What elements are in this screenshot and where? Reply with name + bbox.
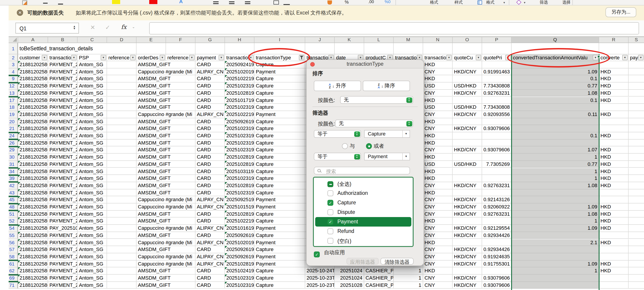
cell-H3[interactable]: 20250924194 bbox=[225, 61, 254, 68]
cell-I26[interactable]: Capture bbox=[254, 139, 305, 146]
cell-I56[interactable]: Payment bbox=[254, 239, 305, 246]
cell-I52[interactable]: Capture bbox=[254, 218, 305, 225]
cell-D19[interactable] bbox=[107, 111, 136, 118]
cell-A52[interactable]: 21881202586 bbox=[18, 218, 48, 225]
cell-A24[interactable]: 21881202586 bbox=[18, 132, 48, 139]
cell-G17[interactable]: CARD bbox=[196, 97, 225, 104]
cell-G1[interactable] bbox=[196, 43, 225, 54]
cell-I24[interactable]: Capture bbox=[254, 132, 305, 139]
cell-O4[interactable]: HKD/CNY bbox=[452, 68, 482, 75]
cell-D21[interactable] bbox=[107, 125, 136, 132]
cell-I58[interactable]: Payment bbox=[254, 253, 305, 260]
cell-S57[interactable] bbox=[628, 246, 644, 253]
cell-P52[interactable] bbox=[482, 218, 512, 225]
cell-C61[interactable]: Antom_SG bbox=[78, 260, 107, 267]
cell-D31[interactable] bbox=[107, 161, 136, 168]
cell-O57[interactable]: HKD/CNY bbox=[452, 246, 482, 253]
cell-G69[interactable]: CARD bbox=[196, 275, 225, 282]
decimal-percent-icon[interactable]: %0 bbox=[384, 0, 390, 4]
cell-E69[interactable]: AMSDM_GIFT bbox=[136, 275, 196, 282]
cell-H12[interactable]: 20251023194 bbox=[225, 82, 254, 89]
cell-R48[interactable]: HKD bbox=[599, 204, 628, 211]
cell-S58[interactable] bbox=[628, 253, 644, 260]
cell-O55[interactable]: HKD/CNY bbox=[452, 232, 482, 239]
cell-G54[interactable]: ALIPAY_CN bbox=[196, 225, 225, 232]
cell-Q57[interactable] bbox=[512, 246, 599, 253]
cell-C31[interactable]: Antom_SG bbox=[78, 161, 107, 168]
cell-I34[interactable]: Capture bbox=[254, 168, 305, 175]
row-header-57[interactable]: 57 bbox=[8, 246, 18, 253]
chevron-down-icon[interactable]: ⌄ bbox=[132, 25, 135, 29]
cell-B30[interactable]: PAYMENT_20 bbox=[48, 154, 78, 161]
cell-C42[interactable]: Antom_SG bbox=[78, 182, 107, 189]
cell-D56[interactable] bbox=[107, 239, 136, 246]
condition-1-value-combo[interactable]: Capture ▼ bbox=[364, 130, 410, 138]
cell-G45[interactable]: ALIPAY_CN bbox=[196, 196, 225, 204]
cell-P20[interactable] bbox=[482, 118, 512, 125]
filter-option-空白[interactable]: (空白) bbox=[315, 236, 411, 246]
cell-B20[interactable]: PAYMENT_20 bbox=[48, 118, 78, 125]
cell-P61[interactable]: 0.91755301 bbox=[482, 260, 512, 267]
row-header-29[interactable]: 29 bbox=[8, 147, 18, 154]
cell-S30[interactable] bbox=[628, 154, 644, 161]
cell-R1[interactable] bbox=[599, 43, 628, 54]
cell-D52[interactable] bbox=[107, 218, 136, 225]
cell-A42[interactable]: 21881202586 bbox=[18, 182, 48, 189]
cell-O3[interactable] bbox=[452, 61, 482, 68]
cell-P24[interactable] bbox=[482, 132, 512, 139]
cell-O61[interactable]: HKD/CNY bbox=[452, 260, 482, 267]
cell-C13[interactable]: Antom_SG bbox=[78, 90, 107, 97]
cell-D18[interactable] bbox=[107, 104, 136, 111]
filter-option-全选[interactable]: (全选) bbox=[315, 179, 411, 189]
cell-N56[interactable]: HKD bbox=[423, 239, 452, 246]
cell-I54[interactable]: Payment bbox=[254, 225, 305, 232]
cell-E57[interactable]: AMSDM_GIFT bbox=[136, 246, 196, 253]
cell-I18[interactable]: Capture bbox=[254, 104, 305, 111]
cell-B51[interactable]: PAYMENT_20 bbox=[48, 211, 78, 218]
cell-S9[interactable] bbox=[628, 75, 644, 82]
cell-R69[interactable] bbox=[599, 275, 628, 282]
cell-H71[interactable]: 20251023194 bbox=[225, 282, 254, 289]
cell-B58[interactable]: PAYMENT_20 bbox=[48, 253, 78, 260]
cell-A54[interactable]: 21881202586 bbox=[18, 225, 48, 232]
cell-E29[interactable]: AMSDM_GIFT bbox=[136, 147, 196, 154]
cell-H48[interactable]: 20251015194 bbox=[225, 204, 254, 211]
row-header-51[interactable]: 51 bbox=[8, 211, 18, 218]
cell-Q62[interactable]: 1 bbox=[512, 268, 599, 275]
cell-H51[interactable]: 20251028194 bbox=[225, 211, 254, 218]
filter-by-color-select[interactable]: 无 ▲▼ bbox=[335, 120, 413, 127]
cell-Q58[interactable] bbox=[512, 253, 599, 260]
cell-D57[interactable] bbox=[107, 246, 136, 253]
cell-B42[interactable]: PAYMENT_20 bbox=[48, 182, 78, 189]
cell-S17[interactable] bbox=[628, 97, 644, 104]
cell-O29[interactable]: HKD/CNY bbox=[452, 147, 482, 154]
cell-D3[interactable] bbox=[107, 61, 136, 68]
cell-G12[interactable]: CARD bbox=[196, 82, 225, 89]
cell-P58[interactable]: 0.91924635 bbox=[482, 253, 512, 260]
row-header-4[interactable]: 4 bbox=[8, 68, 18, 75]
cell-R71[interactable] bbox=[599, 282, 628, 289]
filter-dropdown-button-H[interactable]: ▼ bbox=[248, 55, 254, 60]
cell-O18[interactable]: USD/HKD bbox=[452, 104, 482, 111]
cell-H20[interactable]: 20250926194 bbox=[225, 118, 254, 125]
column-letter-G[interactable]: G bbox=[196, 36, 225, 43]
row-header-20[interactable]: 20 bbox=[8, 118, 18, 125]
cell-E9[interactable]: AMSDM_GIFT bbox=[136, 75, 196, 82]
cell-B69[interactable]: PAYMENT_20 bbox=[48, 275, 78, 282]
cell-E1[interactable] bbox=[136, 43, 166, 54]
cell-D54[interactable] bbox=[107, 225, 136, 232]
cell-Q12[interactable]: 0.77 bbox=[512, 82, 599, 89]
cell-N9[interactable]: HKD bbox=[423, 75, 452, 82]
cell-B71[interactable]: PAYMENT_20 bbox=[48, 282, 78, 289]
cell-R9[interactable]: HKD bbox=[599, 75, 628, 82]
cell-P45[interactable]: 0.92143126 bbox=[482, 196, 512, 204]
cell-N62[interactable]: HKD bbox=[423, 268, 452, 275]
cell-L62[interactable]: CASHIER_PAY bbox=[364, 268, 394, 275]
auto-apply-row[interactable]: ✓ 自动应用 bbox=[314, 250, 345, 256]
cell-S54[interactable] bbox=[628, 225, 644, 232]
filter-dropdown-button-A[interactable]: ▼ bbox=[42, 55, 47, 60]
cell-R21[interactable] bbox=[599, 125, 628, 132]
fx-icon[interactable]: fx bbox=[121, 23, 126, 30]
cell-G55[interactable]: CARD bbox=[196, 232, 225, 239]
cell-G26[interactable]: CARD bbox=[196, 139, 225, 146]
